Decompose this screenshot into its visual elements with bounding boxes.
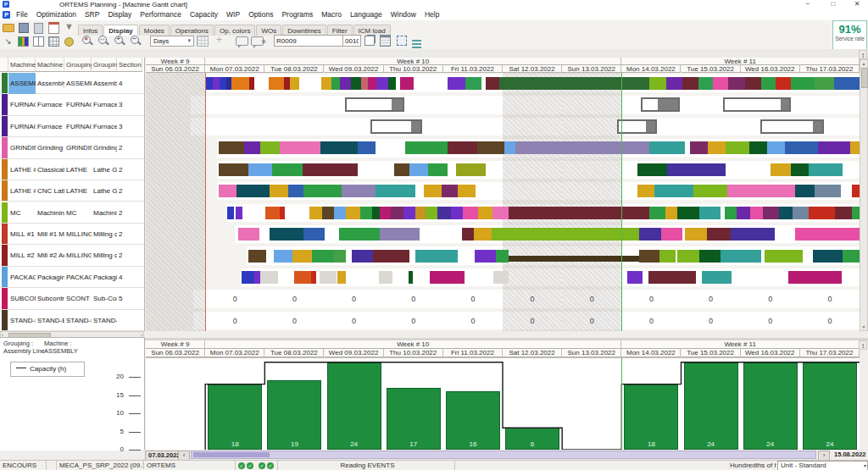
downtime-box[interactable] — [370, 119, 423, 134]
gantt-operation-segment[interactable] — [726, 141, 749, 154]
gantt-operation-segment[interactable] — [303, 228, 325, 241]
gantt-operation-segment[interactable] — [303, 163, 358, 176]
resource-input[interactable] — [274, 35, 343, 47]
gantt-operation-segment[interactable] — [504, 141, 515, 154]
gantt-operation-segment[interactable] — [731, 228, 776, 241]
gantt-operation-segment[interactable] — [654, 185, 693, 197]
gantt-operation-segment[interactable] — [260, 141, 280, 154]
gantt-operation-segment[interactable] — [637, 163, 668, 176]
gantt-operation-segment[interactable] — [288, 185, 303, 197]
gantt-operation-segment[interactable] — [236, 185, 270, 197]
gantt-operation-segment[interactable] — [493, 271, 509, 284]
grid-lines-icon[interactable] — [196, 35, 209, 46]
gantt-operation-segment[interactable] — [492, 228, 640, 241]
menu-programs[interactable]: Programs — [277, 9, 317, 19]
close-icon[interactable]: ✕ — [851, 0, 863, 8]
gantt-operation-segment[interactable] — [448, 141, 477, 154]
gantt-operation-segment[interactable] — [690, 141, 708, 154]
menu-file[interactable]: File — [12, 9, 32, 19]
zoom-in-icon[interactable]: + — [113, 35, 126, 47]
menu-wip[interactable]: WIP — [222, 9, 244, 19]
gantt-operation-segment[interactable] — [791, 163, 810, 176]
gantt-operation-segment[interactable] — [334, 250, 345, 263]
capacity-updown-icon[interactable]: ↕ — [859, 340, 867, 350]
gantt-operation-segment[interactable] — [677, 250, 698, 263]
gantt-operation-segment[interactable] — [236, 207, 242, 219]
gantt-operation-segment[interactable] — [358, 141, 375, 154]
gantt-operation-segment[interactable] — [462, 228, 474, 241]
zoom-reset-icon[interactable]: × — [81, 35, 94, 47]
zoom-window-icon[interactable]: ↔ — [97, 35, 110, 47]
gantt-operation-segment[interactable] — [280, 207, 285, 219]
gantt-operation-segment[interactable] — [685, 228, 708, 241]
table-row[interactable]: LATHE #2CNC LathLATHELathe Gro2 — [0, 180, 144, 202]
gantt-operation-segment[interactable] — [659, 250, 676, 263]
zoom-out-icon[interactable]: − — [129, 35, 142, 47]
gantt-operation-segment[interactable] — [331, 77, 340, 90]
gantt-operation-segment[interactable] — [322, 207, 335, 219]
op-code-input[interactable] — [342, 35, 361, 47]
table-row[interactable]: GRINDIN(Grinding MGRINDIN(Grinding M2 — [0, 137, 144, 158]
gantt-operation-segment[interactable] — [749, 141, 767, 154]
load-bar[interactable] — [267, 380, 321, 450]
gantt-operation-segment[interactable] — [496, 250, 509, 263]
gantt-operation-segment[interactable] — [320, 141, 359, 154]
gantt-operation-segment[interactable] — [649, 207, 665, 219]
gantt-operation-segment[interactable] — [713, 77, 728, 90]
gantt-operation-segment[interactable] — [852, 185, 860, 197]
gantt-operation-segment[interactable] — [788, 271, 842, 284]
load-bar[interactable] — [684, 362, 738, 450]
comment-bubble-icon[interactable] — [236, 36, 248, 46]
gantt-operation-segment[interactable] — [499, 77, 649, 90]
gantt-operation-segment[interactable] — [809, 207, 834, 219]
gantt-operation-segment[interactable] — [409, 271, 413, 284]
menu-optimization[interactable]: Optimization — [32, 9, 81, 19]
gantt-operation-segment[interactable] — [667, 163, 726, 176]
gantt-vscrollbar[interactable]: ▲ ▼ — [860, 59, 868, 331]
time-scale-select[interactable]: Days▾ — [150, 36, 194, 47]
table-row[interactable]: SUBCON'SubcontraSCONTSub-Contr5 — [0, 288, 144, 309]
gantt-operation-segment[interactable] — [477, 141, 504, 154]
gantt-operation-segment[interactable] — [813, 250, 843, 263]
gantt-operation-segment[interactable] — [763, 207, 780, 219]
gantt-operation-segment[interactable] — [368, 77, 376, 90]
planning-calendar-icon[interactable] — [47, 22, 60, 33]
menu-language[interactable]: Language — [346, 9, 387, 19]
gantt-operation-segment[interactable] — [372, 207, 380, 219]
table-row[interactable]: LATHE #1ClassicalLATHELathe Gro2 — [0, 159, 144, 180]
gantt-operation-segment[interactable] — [458, 185, 476, 197]
gantt-operation-segment[interactable] — [721, 250, 761, 263]
gantt-operation-segment[interactable] — [231, 77, 249, 90]
menu-help[interactable]: Help — [420, 9, 443, 19]
gantt-operation-segment[interactable] — [380, 207, 391, 219]
gantt-operation-segment[interactable] — [405, 141, 448, 154]
downtime-box[interactable] — [723, 97, 791, 112]
downtime-box[interactable] — [345, 97, 404, 112]
gantt-operation-segment[interactable] — [403, 207, 415, 219]
gantt-operation-segment[interactable] — [639, 250, 659, 263]
gantt-operation-segment[interactable] — [265, 207, 280, 219]
menu-performance[interactable]: Performance — [136, 9, 186, 19]
table-row[interactable]: FURNACEFurnace 1FURNACEFurnace3 — [0, 94, 144, 115]
sort-funnel-icon[interactable] — [410, 35, 423, 46]
split-window-icon[interactable] — [32, 36, 45, 47]
gantt-operation-segment[interactable] — [693, 185, 727, 197]
gantt-operation-segment[interactable] — [767, 141, 785, 154]
gantt-operation-segment[interactable] — [424, 185, 442, 197]
table-row[interactable]: FURNACEFurnace 2FURNACEFurnace3 — [0, 116, 144, 137]
gantt-operation-segment[interactable] — [776, 77, 791, 90]
gantt-operation-segment[interactable] — [249, 77, 254, 90]
gantt-operation-segment[interactable] — [793, 207, 810, 219]
gantt-operation-segment[interactable] — [795, 185, 815, 197]
gantt-operation-segment[interactable] — [219, 141, 244, 154]
pages-icon[interactable] — [363, 35, 376, 46]
gantt-operation-segment[interactable] — [509, 207, 649, 219]
gantt-operation-segment[interactable] — [270, 228, 303, 241]
crosshair-icon[interactable]: + — [213, 34, 225, 45]
gantt-operation-segment[interactable] — [360, 207, 372, 219]
load-bar[interactable] — [743, 362, 798, 450]
gantt-operation-segment[interactable] — [649, 77, 666, 90]
gantt-operation-segment[interactable] — [321, 77, 331, 90]
pie-view-icon[interactable] — [63, 36, 75, 47]
maximize-icon[interactable]: □ — [827, 0, 839, 8]
